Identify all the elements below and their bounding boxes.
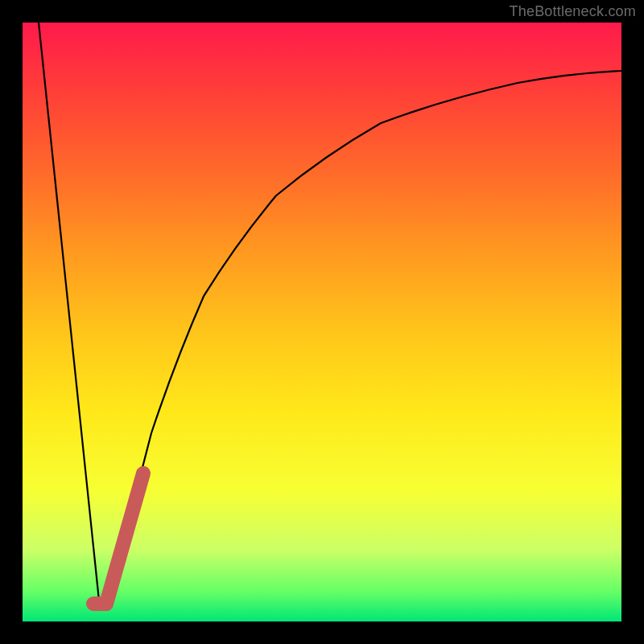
chart-frame: TheBottleneck.com [0, 0, 644, 644]
left-descent-curve [39, 23, 99, 601]
marker-stroke [93, 473, 143, 604]
watermark-text: TheBottleneck.com [510, 3, 636, 20]
curve-layer [23, 23, 621, 621]
right-asymptote-curve [111, 71, 621, 598]
plot-area [23, 23, 621, 621]
